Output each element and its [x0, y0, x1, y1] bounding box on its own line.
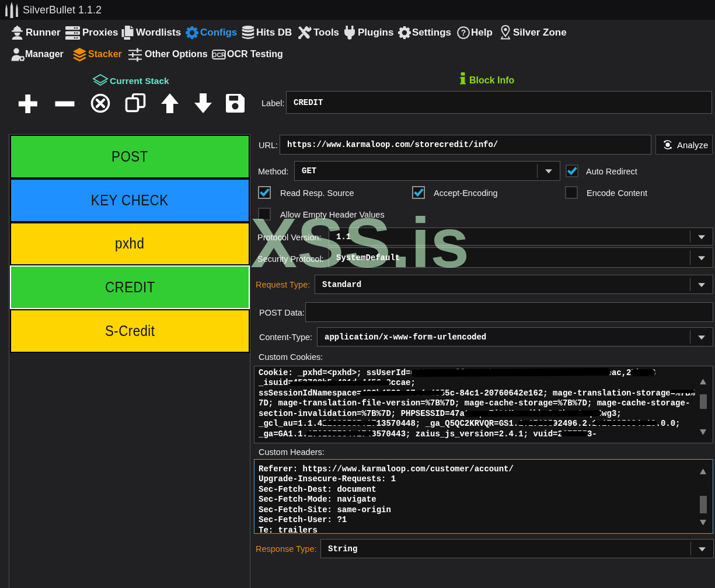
svg-text:OCR: OCR [212, 51, 226, 58]
svg-text:?: ? [461, 28, 466, 37]
